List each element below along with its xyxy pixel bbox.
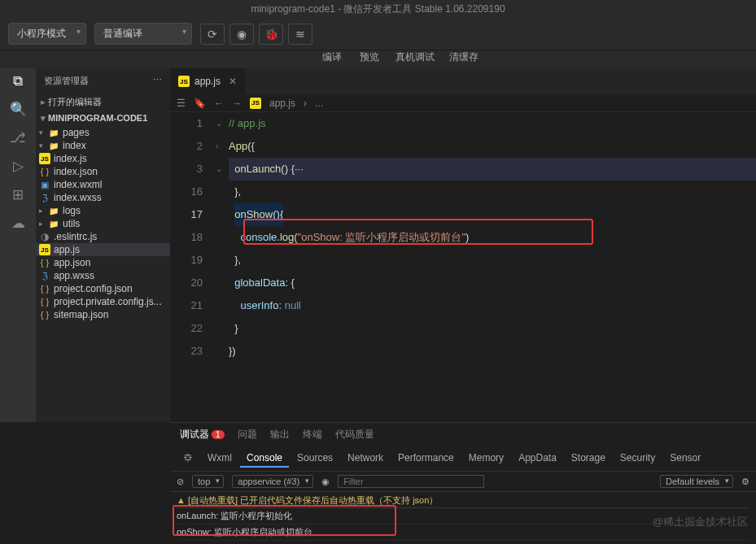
devtab-storage[interactable]: Storage: [565, 450, 612, 468]
project-name[interactable]: MINIPROGRAM-CODE1: [36, 111, 170, 126]
folder-pages[interactable]: 📁pages: [36, 126, 170, 139]
file-app-js[interactable]: JSapp.js: [36, 243, 170, 256]
sidebar-title: 资源管理器: [44, 75, 89, 87]
crumb-back-icon[interactable]: ←: [214, 98, 224, 109]
tab-terminal[interactable]: 终端: [303, 428, 322, 442]
devtools-inspect-icon[interactable]: ⯐: [177, 450, 199, 468]
toolbar-labels: 编译预览真机调试清缓存: [0, 50, 756, 68]
devtab-wxml[interactable]: Wxml: [201, 450, 238, 468]
explorer-icon[interactable]: ⧉: [13, 73, 23, 89]
git-icon[interactable]: ⎇: [10, 129, 26, 146]
folder-utils[interactable]: 📁utils: [36, 217, 170, 230]
sidebar: 资源管理器⋯ 打开的编辑器 MINIPROGRAM-CODE1 📁pages 📁…: [36, 68, 170, 422]
devtab-performance[interactable]: Performance: [391, 450, 461, 468]
crumb-bookmark-icon[interactable]: 🔖: [194, 98, 206, 109]
devtab-sensor[interactable]: Sensor: [663, 450, 707, 468]
file-index-js[interactable]: JSindex.js: [36, 152, 170, 165]
file-sitemap[interactable]: { }sitemap.json: [36, 308, 170, 321]
tab-problems[interactable]: 问题: [238, 428, 257, 442]
console-top-select[interactable]: top: [192, 475, 224, 488]
console-clear-icon[interactable]: ⊘: [177, 477, 184, 487]
file-project-config[interactable]: { }project.config.json: [36, 282, 170, 295]
tab-output[interactable]: 输出: [270, 428, 290, 442]
file-app-json[interactable]: { }app.json: [36, 256, 170, 269]
cloud-icon[interactable]: ☁: [11, 215, 25, 232]
devtab-security[interactable]: Security: [614, 450, 662, 468]
panel-tabs: 调试器1 问题 输出 终端 代码质量: [170, 423, 756, 446]
console-prompt[interactable]: ›: [177, 541, 749, 544]
file-eslintrc[interactable]: ◑.eslintrc.js: [36, 230, 170, 243]
code-area[interactable]: 1231617181920212223 ⌄›⌄ // app.js App({ …: [170, 112, 756, 363]
clear-cache-icon[interactable]: ≋: [288, 24, 312, 45]
search-icon[interactable]: 🔍: [10, 101, 27, 118]
file-tree: 📁pages 📁index JSindex.js { }index.json ▣…: [36, 126, 170, 321]
devtab-console[interactable]: Console: [240, 450, 289, 468]
breadcrumb-file[interactable]: app.js: [269, 98, 295, 109]
console-levels-select[interactable]: Default levels: [660, 475, 733, 488]
open-editors-section[interactable]: 打开的编辑器: [36, 94, 170, 111]
tab-debugger[interactable]: 调试器1: [180, 428, 225, 442]
devtools-tabs: ⯐ Wxml Console Sources Network Performan…: [170, 446, 756, 472]
window-title: miniprogram-code1 - 微信开发者工具 Stable 1.06.…: [0, 0, 756, 18]
tab-app-js[interactable]: JSapp.js✕: [170, 68, 246, 94]
file-index-wxml[interactable]: ▣index.wxml: [36, 178, 170, 191]
debug-icon[interactable]: 🐞: [259, 24, 283, 45]
folder-index[interactable]: 📁index: [36, 139, 170, 152]
watermark: @稀土掘金技术社区: [653, 515, 748, 529]
crumb-fwd-icon[interactable]: →: [232, 98, 242, 109]
console-eye-icon[interactable]: ◉: [321, 477, 330, 487]
activity-bar: ⧉ 🔍 ⎇ ▷ ⊞ ☁: [0, 68, 36, 422]
devtab-memory[interactable]: Memory: [462, 450, 510, 468]
compile-icon[interactable]: ⟳: [200, 24, 225, 45]
devtab-sources[interactable]: Sources: [291, 450, 339, 468]
devtab-appdata[interactable]: AppData: [512, 450, 563, 468]
file-index-wxss[interactable]: ℨindex.wxss: [36, 191, 170, 204]
file-project-private[interactable]: { }project.private.config.js...: [36, 295, 170, 308]
mode-dropdown[interactable]: 小程序模式: [8, 23, 86, 45]
breadcrumb: ☰ 🔖 ← → JS app.js › ...: [170, 94, 756, 112]
sidebar-more-icon[interactable]: ⋯: [153, 75, 162, 87]
devtab-network[interactable]: Network: [341, 450, 390, 468]
tab-code-quality[interactable]: 代码质量: [335, 428, 374, 442]
close-icon[interactable]: ✕: [229, 76, 237, 87]
main-toolbar: 小程序模式 普通编译 ⟳ ◉ 🐞 ≋: [0, 18, 756, 50]
console-filter-input[interactable]: [338, 475, 484, 488]
crumb-list-icon[interactable]: ☰: [177, 98, 186, 109]
compile-dropdown[interactable]: 普通编译: [94, 23, 192, 45]
preview-icon[interactable]: ◉: [229, 24, 254, 45]
folder-logs[interactable]: 📁logs: [36, 204, 170, 217]
console-gear-icon[interactable]: ⚙: [741, 477, 749, 487]
file-index-json[interactable]: { }index.json: [36, 165, 170, 178]
console-filter-bar: ⊘ top appservice (#3) ◉ Default levels ⚙: [170, 472, 756, 492]
editor-tabs: JSapp.js✕: [170, 68, 756, 94]
file-app-wxss[interactable]: ℨapp.wxss: [36, 269, 170, 282]
editor: JSapp.js✕ ☰ 🔖 ← → JS app.js › ... 123161…: [170, 68, 756, 422]
debug-activity-icon[interactable]: ▷: [13, 158, 24, 175]
extension-icon[interactable]: ⊞: [12, 186, 24, 203]
console-warning: [自动热重载] 已开启代码文件保存后自动热重载（不支持 json）: [177, 494, 749, 508]
console-context-select[interactable]: appservice (#3): [232, 475, 313, 488]
